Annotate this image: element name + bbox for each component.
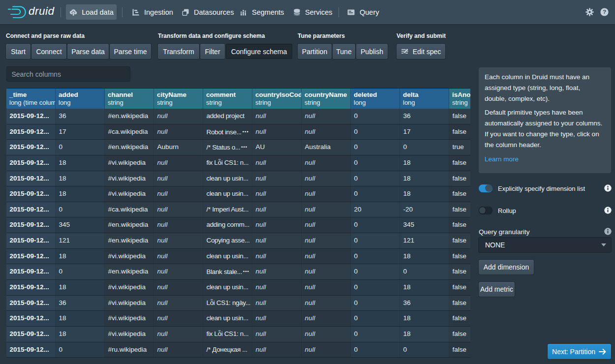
svg-text:?: ? bbox=[603, 8, 606, 15]
